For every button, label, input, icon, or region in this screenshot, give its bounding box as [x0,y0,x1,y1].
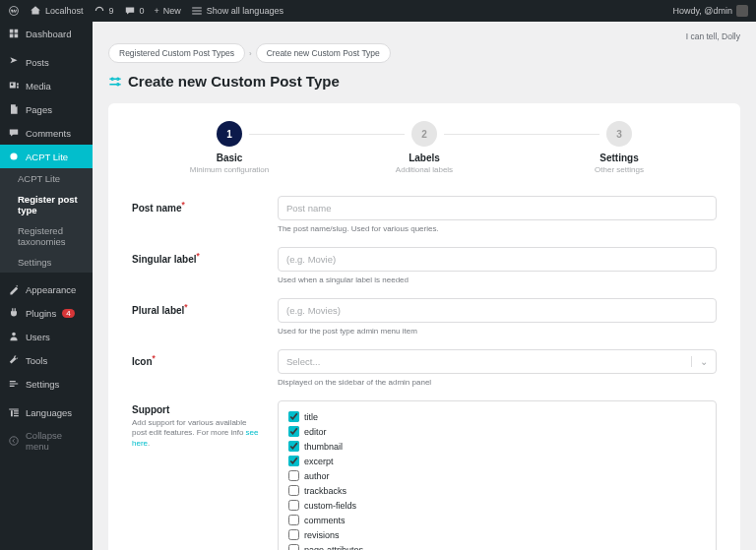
sidebar-item-label: Users [26,332,50,342]
step-title: Labels [327,153,522,163]
sidebar-item-acpt[interactable]: ACPT Lite [0,145,93,168]
site-home[interactable]: Localhost [30,5,84,17]
step-subtitle: Other settings [522,165,717,174]
support-option-label: comments [304,516,346,525]
support-checkbox[interactable] [288,500,299,511]
hello-dolly: I can tell, Dolly [108,31,740,41]
support-checkbox[interactable] [288,515,299,525]
post-name-label: Post name* [132,200,260,214]
step-title: Basic [132,153,327,163]
support-option-revisions[interactable]: revisions [288,527,706,542]
chevron-down-icon: ⌄ [691,356,708,367]
sidebar-submenu: ACPT Lite Register post type Registered … [0,168,93,273]
svg-point-4 [117,78,119,80]
svg-point-1 [12,333,16,336]
sidebar-item-dashboard[interactable]: Dashboard [0,22,93,45]
step-subtitle: Additional labels [327,165,522,174]
support-option-label: revisions [304,530,340,540]
sidebar-item-label: Tools [26,355,47,366]
support-checkbox[interactable] [288,441,299,452]
sidebar-item-comments[interactable]: Comments [0,121,93,145]
singular-input[interactable] [278,247,717,272]
sidebar-item-pages[interactable]: Pages [0,97,93,121]
support-option-title[interactable]: title [288,409,706,424]
svg-point-5 [117,83,119,85]
chevron-right-icon: › [249,43,252,63]
step-num: 3 [606,121,632,147]
support-checkbox[interactable] [288,529,299,540]
show-langs[interactable]: Show all languages [191,5,284,17]
sidebar-item-label: Languages [26,407,72,418]
sidebar-item-plugins[interactable]: Plugins4 [0,301,93,325]
support-checkbox[interactable] [288,485,299,496]
support-checkbox[interactable] [288,470,299,481]
support-checkbox[interactable] [288,411,299,422]
sidebar-collapse[interactable]: Collapse menu [0,424,93,458]
updates-link[interactable]: 9 [94,5,114,17]
step-subtitle: Minimum configuration [132,165,327,174]
step-labels[interactable]: 2 Labels Additional labels [327,121,522,174]
submenu-settings[interactable]: Settings [0,252,93,273]
sidebar-item-appearance[interactable]: Appearance [0,277,93,301]
support-option-label: thumbnail [304,442,343,452]
support-option-label: editor [304,427,327,437]
new-link[interactable]: + New [155,6,181,16]
support-checklist: titleeditorthumbnailexcerptauthortrackba… [278,400,717,550]
support-checkbox[interactable] [288,456,299,466]
support-sublabel: Add support for various available post e… [132,418,260,449]
support-option-trackbacks[interactable]: trackbacks [288,483,706,498]
avatar [736,5,748,17]
form-card: 1 Basic Minimum configuration 2 Labels A… [108,103,740,550]
support-option-excerpt[interactable]: excerpt [288,454,706,468]
submenu-taxonomies[interactable]: Registered taxonomies [0,220,93,252]
sidebar-item-media[interactable]: Media [0,74,93,97]
sidebar-item-posts[interactable]: Posts [0,50,93,74]
comments-link[interactable]: 0 [124,5,145,17]
page-title: Create new Custom Post Type [108,73,740,90]
support-option-label: page-attributes [304,545,363,551]
support-checkbox[interactable] [288,544,299,550]
sidebar-item-settings[interactable]: Settings [0,372,93,396]
sidebar-item-label: Plugins [26,308,56,319]
sidebar-item-label: Posts [26,57,49,68]
submenu-register-post-type[interactable]: Register post type [0,189,93,220]
post-name-input[interactable] [278,196,717,220]
plural-input[interactable] [278,298,717,323]
wp-logo[interactable] [8,5,20,17]
svg-point-2 [10,437,18,445]
support-option-page-attributes[interactable]: page-attributes [288,542,706,550]
sidebar-item-label: Settings [26,379,59,390]
breadcrumb-item[interactable]: Registered Custom Post Types [108,43,245,63]
step-settings[interactable]: 3 Settings Other settings [522,121,717,174]
support-option-editor[interactable]: editor [288,424,706,439]
sidebar-item-label: Comments [26,128,71,139]
select-placeholder: Select... [286,356,320,367]
sidebar-item-users[interactable]: Users [0,325,93,348]
sidebar-item-tools[interactable]: Tools [0,348,93,372]
support-option-label: excerpt [304,457,334,466]
plural-help: Used for the post type admin menu item [278,327,717,336]
breadcrumb: Registered Custom Post Types › Create ne… [108,43,740,63]
support-option-label: custom-fields [304,501,356,511]
support-option-comments[interactable]: comments [288,513,706,527]
step-basic[interactable]: 1 Basic Minimum configuration [132,121,327,174]
icon-label: Icon* [132,353,260,367]
sidebar-item-languages[interactable]: Languages [0,400,93,424]
sidebar-item-label: ACPT Lite [26,152,68,162]
sidebar-item-label: Dashboard [26,29,71,39]
main-content: I can tell, Dolly Registered Custom Post… [93,22,756,550]
post-name-help: The post name/slug. Used for various que… [278,224,717,233]
support-checkbox[interactable] [288,426,299,437]
howdy-user[interactable]: Howdy, @dmin [673,5,749,17]
icon-select[interactable]: Select... ⌄ [278,349,717,374]
singular-label: Singular label* [132,251,260,265]
support-option-thumbnail[interactable]: thumbnail [288,439,706,454]
submenu-acpt-lite[interactable]: ACPT Lite [0,168,93,189]
support-option-label: trackbacks [304,486,346,496]
step-num: 2 [411,121,437,147]
admin-bar: Localhost 9 0 + New Show all languages H… [0,0,756,22]
singular-help: Used when a singular label is needed [278,275,717,284]
support-option-author[interactable]: author [288,468,706,483]
support-option-custom-fields[interactable]: custom-fields [288,498,706,513]
plural-label: Plural label* [132,302,260,316]
